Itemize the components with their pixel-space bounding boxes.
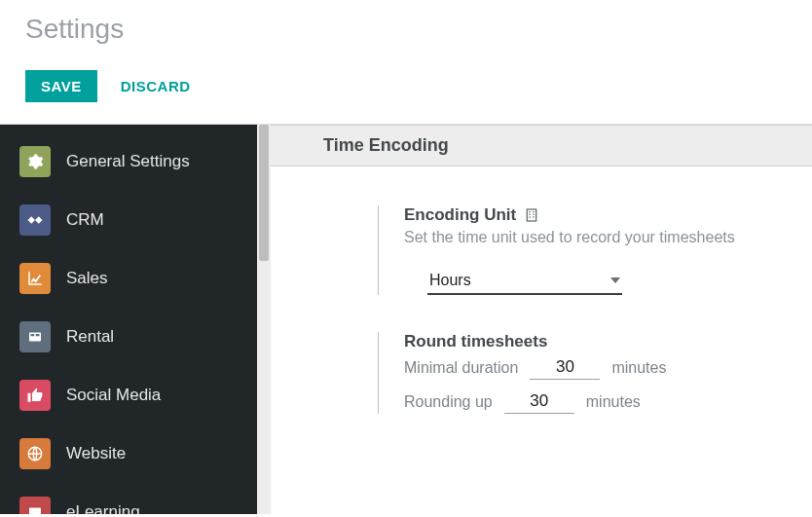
section-heading-time-encoding: Time Encoding	[271, 125, 812, 166]
action-bar: SAVE DISCARD	[25, 70, 787, 102]
svg-rect-7	[534, 211, 535, 212]
sidebar-item-label: General Settings	[66, 152, 190, 171]
main-panel: Time Encoding Encoding Unit Set the time…	[271, 125, 812, 514]
save-button[interactable]: SAVE	[25, 70, 97, 102]
sidebar-scrollbar[interactable]	[257, 125, 271, 514]
block-encoding-unit: Encoding Unit Set the time unit used to …	[378, 205, 793, 295]
gear-icon	[19, 146, 51, 177]
sidebar-item-label: eLearning	[66, 502, 140, 514]
sidebar-item-label: Sales	[66, 269, 108, 288]
svg-rect-11	[534, 216, 535, 217]
sidebar-item-elearning[interactable]: eLearning	[0, 483, 257, 514]
encoding-unit-title: Encoding Unit	[404, 205, 516, 225]
elearning-icon	[19, 497, 51, 514]
settings-sidebar: General Settings CRM Sales Rental	[0, 125, 257, 514]
encoding-unit-value: Hours	[429, 272, 471, 289]
chevron-down-icon	[610, 277, 620, 283]
block-round-timesheets: Round timesheets Minimal duration minute…	[378, 332, 793, 414]
svg-rect-0	[29, 333, 41, 342]
svg-rect-6	[530, 211, 531, 212]
minimal-duration-input[interactable]	[530, 355, 600, 380]
sidebar-item-label: Social Media	[66, 386, 161, 405]
minimal-duration-unit: minutes	[611, 359, 666, 377]
svg-rect-10	[530, 216, 531, 217]
rounding-up-label: Rounding up	[404, 393, 493, 411]
chart-icon	[19, 263, 51, 294]
rental-icon	[19, 321, 51, 352]
thumbs-up-icon	[19, 380, 51, 411]
minimal-duration-label: Minimal duration	[404, 359, 518, 377]
encoding-unit-subtitle: Set the time unit used to record your ti…	[404, 229, 793, 246]
sidebar-item-sales[interactable]: Sales	[0, 249, 257, 308]
sidebar-item-social-media[interactable]: Social Media	[0, 366, 257, 425]
round-timesheets-title: Round timesheets	[404, 332, 547, 351]
globe-icon	[19, 438, 51, 469]
sidebar-item-crm[interactable]: CRM	[0, 191, 257, 249]
sidebar-item-label: Rental	[66, 327, 114, 347]
handshake-icon	[19, 204, 51, 236]
scrollbar-thumb[interactable]	[259, 125, 269, 261]
svg-rect-4	[29, 508, 41, 515]
sidebar-item-label: Website	[66, 444, 126, 463]
svg-rect-9	[534, 214, 535, 215]
discard-button[interactable]: DISCARD	[121, 78, 191, 94]
sidebar-item-label: CRM	[66, 210, 104, 230]
svg-rect-8	[530, 214, 531, 215]
encoding-unit-select[interactable]: Hours	[427, 268, 622, 295]
rounding-up-input[interactable]	[504, 389, 574, 414]
company-icon	[524, 207, 539, 223]
rounding-up-unit: minutes	[586, 393, 641, 411]
svg-rect-2	[36, 334, 40, 336]
sidebar-item-general-settings[interactable]: General Settings	[0, 132, 257, 191]
sidebar-item-website[interactable]: Website	[0, 425, 257, 483]
svg-rect-5	[528, 209, 536, 221]
svg-rect-1	[31, 334, 35, 336]
page-title: Settings	[25, 14, 787, 45]
sidebar-item-rental[interactable]: Rental	[0, 308, 257, 366]
